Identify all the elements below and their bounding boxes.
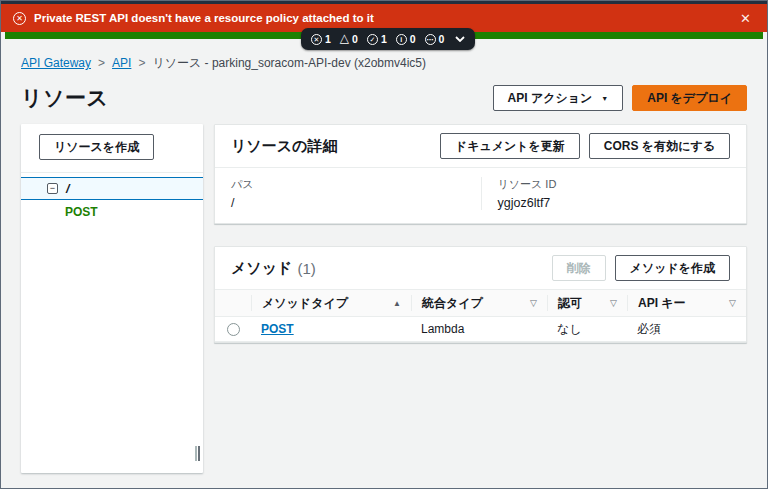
tree-item-root[interactable]: − / [21, 177, 203, 200]
close-icon[interactable]: ✕ [736, 9, 755, 28]
pending-stat: ⋯ 0 [425, 33, 445, 45]
resource-id-value: ygjoz6ltf7 [498, 196, 731, 210]
resource-details-title: リソースの詳細 [231, 137, 337, 156]
browser-window: ✕ Private REST API doesn't have a resour… [0, 0, 768, 489]
api-key-cell: 必須 [627, 321, 746, 338]
breadcrumb: API Gateway > API > リソース - parking_sorac… [21, 54, 747, 72]
methods-card: メソッド (1) 削除 メソッドを作成 メソッドタイプ ▲ [214, 246, 747, 343]
resource-id-label: リソース ID [498, 177, 731, 192]
method-type-cell: POST [251, 322, 411, 336]
pending-count: 0 [439, 33, 445, 45]
breadcrumb-link-api-gateway[interactable]: API Gateway [21, 56, 91, 70]
path-field: パス / [231, 177, 481, 210]
resources-tree-panel: リソースを作成 − / POST [21, 124, 203, 473]
create-method-button[interactable]: メソッドを作成 [615, 255, 730, 281]
breadcrumb-separator: > [98, 56, 105, 70]
circle-x-icon: ✕ [311, 34, 322, 45]
methods-title: メソッド [231, 259, 292, 278]
integration-type-cell: Lambda [411, 322, 547, 336]
notifications-status-pill[interactable]: ✕ 1 △ 0 ✓ 1 i 0 ⋯ 0 [301, 28, 475, 50]
resource-id-field: リソース ID ygjoz6ltf7 [481, 177, 731, 210]
resource-details-body: パス / リソース ID ygjoz6ltf7 [215, 168, 746, 223]
warning-count: 0 [352, 33, 358, 45]
api-actions-dropdown-button[interactable]: API アクション ▼ [493, 85, 624, 111]
delete-method-button[interactable]: 削除 [552, 255, 606, 281]
row-selector-cell [215, 323, 251, 336]
main-column: リソースの詳細 ドキュメントを更新 CORS を有効にする パス / リソース … [214, 124, 747, 473]
chevron-down-icon[interactable] [455, 36, 465, 42]
warning-triangle-icon: △ [340, 32, 349, 44]
circle-ellipsis-icon: ⋯ [425, 34, 436, 45]
api-actions-label: API アクション [508, 90, 593, 107]
breadcrumb-current: リソース - parking_soracom-API-dev (x2obmv4i… [152, 55, 426, 72]
column-header-authorization[interactable]: 認可 ▽ [547, 295, 627, 311]
column-label: 認可 [558, 295, 582, 312]
page-header: リソース API アクション ▼ API をデプロイ [21, 84, 747, 112]
circle-check-icon: ✓ [367, 34, 378, 45]
success-count: 1 [381, 33, 387, 45]
error-stat: ✕ 1 [311, 33, 331, 45]
methods-table: メソッドタイプ ▲ 統合タイプ ▽ 認可 ▽ [215, 290, 746, 342]
methods-header: メソッド (1) 削除 メソッドを作成 [215, 247, 746, 290]
sort-ascending-icon[interactable]: ▲ [393, 299, 401, 308]
error-circle-icon: ✕ [13, 12, 26, 25]
column-label: 統合タイプ [422, 295, 483, 312]
flashbar-message: Private REST API doesn't have a resource… [34, 12, 736, 24]
circle-info-icon: i [396, 34, 407, 45]
table-row-post: POST Lambda なし 必須 [215, 316, 746, 342]
authorization-cell: なし [547, 321, 627, 338]
tree-root-label: / [66, 182, 69, 196]
info-count: 0 [410, 33, 416, 45]
page-title: リソース [21, 84, 108, 112]
caret-down-icon: ▼ [601, 95, 608, 102]
breadcrumb-separator: > [138, 56, 145, 70]
warning-stat: △ 0 [340, 33, 358, 45]
create-resource-button[interactable]: リソースを作成 [39, 134, 154, 160]
collapse-icon[interactable]: − [47, 183, 58, 194]
error-count: 1 [325, 33, 331, 45]
sort-icon[interactable]: ▽ [729, 298, 736, 308]
radio-button[interactable] [227, 323, 240, 336]
column-header-api-key[interactable]: API キー ▽ [627, 295, 746, 311]
path-value: / [231, 196, 481, 210]
tree-item-post-method[interactable]: POST [21, 200, 203, 219]
page-content: API Gateway > API > リソース - parking_sorac… [1, 39, 767, 473]
sort-icon[interactable]: ▽ [610, 298, 617, 308]
selector-column-header [215, 295, 251, 311]
update-documentation-button[interactable]: ドキュメントを更新 [440, 133, 580, 159]
deploy-api-button[interactable]: API をデプロイ [632, 85, 747, 111]
success-stat: ✓ 1 [367, 33, 387, 45]
enable-cors-button[interactable]: CORS を有効にする [589, 133, 730, 159]
panel-resize-handle[interactable] [195, 446, 202, 461]
methods-count: (1) [297, 260, 315, 277]
column-label: API キー [638, 295, 686, 312]
resource-details-card: リソースの詳細 ドキュメントを更新 CORS を有効にする パス / リソース … [214, 124, 747, 224]
column-header-method-type[interactable]: メソッドタイプ ▲ [251, 295, 411, 311]
post-method-link[interactable]: POST [261, 322, 294, 336]
column-header-integration-type[interactable]: 統合タイプ ▽ [411, 295, 547, 311]
column-label: メソッドタイプ [262, 295, 348, 312]
sort-icon[interactable]: ▽ [530, 298, 537, 308]
divider [21, 172, 203, 173]
resource-details-header: リソースの詳細 ドキュメントを更新 CORS を有効にする [215, 125, 746, 168]
info-stat: i 0 [396, 33, 416, 45]
path-label: パス [231, 177, 481, 192]
breadcrumb-link-api[interactable]: API [112, 56, 131, 70]
methods-table-header: メソッドタイプ ▲ 統合タイプ ▽ 認可 ▽ [215, 290, 746, 316]
